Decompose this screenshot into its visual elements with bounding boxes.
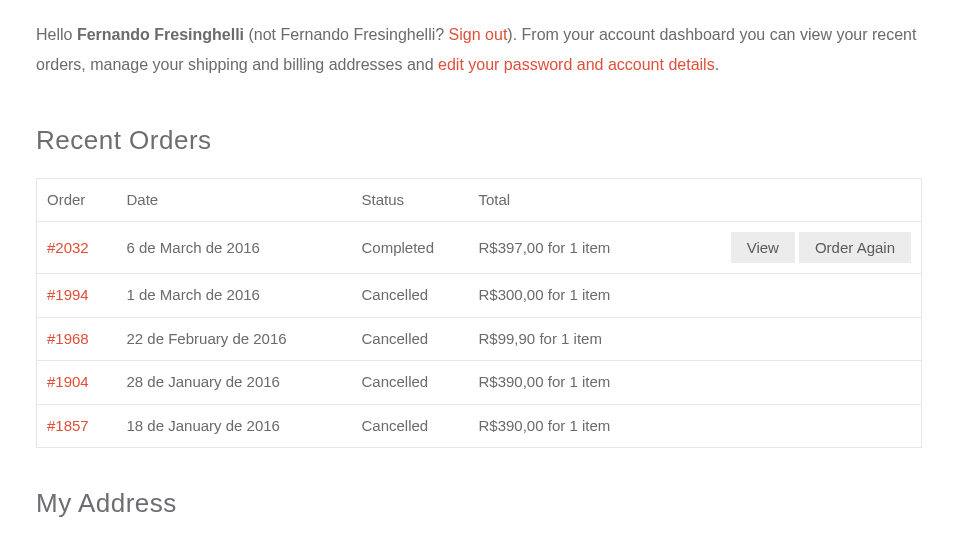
table-row: #190428 de January de 2016CancelledR$390… — [37, 361, 922, 405]
order-again-button[interactable]: Order Again — [799, 232, 911, 263]
order-status: Cancelled — [352, 404, 469, 448]
table-row: #185718 de January de 2016CancelledR$390… — [37, 404, 922, 448]
order-status: Cancelled — [352, 317, 469, 361]
order-link[interactable]: #1857 — [47, 417, 89, 434]
table-row: #20326 de March de 2016CompletedR$397,00… — [37, 222, 922, 274]
order-total: R$99,90 for 1 item — [469, 317, 721, 361]
order-status: Cancelled — [352, 361, 469, 405]
order-total: R$390,00 for 1 item — [469, 404, 721, 448]
sign-out-link[interactable]: Sign out — [449, 26, 508, 43]
recent-orders-heading: Recent Orders — [36, 121, 922, 160]
orders-table: Order Date Status Total #20326 de March … — [36, 178, 922, 449]
hello-text: Hello — [36, 26, 77, 43]
order-actions: ViewOrder Again — [721, 222, 922, 274]
orders-header-date: Date — [117, 178, 352, 222]
order-date: 28 de January de 2016 — [117, 361, 352, 405]
order-total: R$300,00 for 1 item — [469, 274, 721, 318]
order-date: 6 de March de 2016 — [117, 222, 352, 274]
order-date: 22 de February de 2016 — [117, 317, 352, 361]
order-actions — [721, 274, 922, 318]
order-link[interactable]: #2032 — [47, 239, 89, 256]
table-row: #196822 de February de 2016CancelledR$99… — [37, 317, 922, 361]
order-date: 18 de January de 2016 — [117, 404, 352, 448]
order-actions — [721, 317, 922, 361]
order-link[interactable]: #1968 — [47, 330, 89, 347]
order-link[interactable]: #1904 — [47, 373, 89, 390]
orders-header-row: Order Date Status Total — [37, 178, 922, 222]
not-prefix: (not Fernando Fresinghelli? — [244, 26, 449, 43]
view-button[interactable]: View — [731, 232, 795, 263]
orders-header-status: Status — [352, 178, 469, 222]
user-name: Fernando Fresinghelli — [77, 26, 244, 43]
order-actions — [721, 404, 922, 448]
edit-account-details-link[interactable]: edit your password and account details — [438, 56, 715, 73]
my-address-heading: My Address — [36, 484, 922, 523]
orders-header-order: Order — [37, 178, 117, 222]
orders-header-actions — [721, 178, 922, 222]
welcome-message: Hello Fernando Fresinghelli (not Fernand… — [36, 20, 922, 81]
order-actions — [721, 361, 922, 405]
order-total: R$390,00 for 1 item — [469, 361, 721, 405]
orders-header-total: Total — [469, 178, 721, 222]
order-total: R$397,00 for 1 item — [469, 222, 721, 274]
order-status: Completed — [352, 222, 469, 274]
table-row: #19941 de March de 2016CancelledR$300,00… — [37, 274, 922, 318]
order-date: 1 de March de 2016 — [117, 274, 352, 318]
period: . — [715, 56, 719, 73]
order-status: Cancelled — [352, 274, 469, 318]
order-link[interactable]: #1994 — [47, 286, 89, 303]
